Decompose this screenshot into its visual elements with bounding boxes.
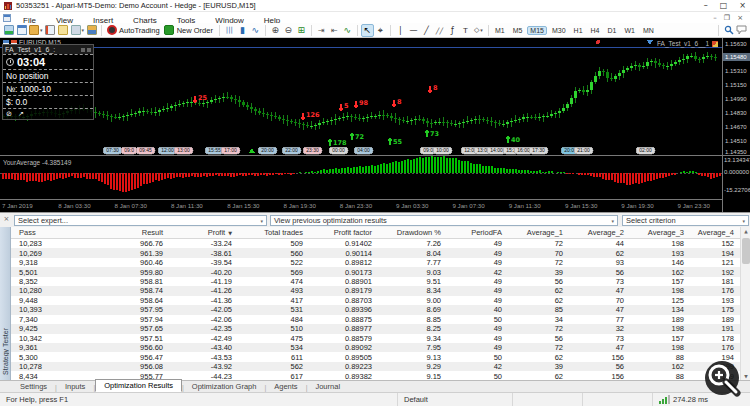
column-header-profit[interactable]: Profit▼ (169, 227, 238, 238)
cell: 49 (447, 277, 508, 286)
table-row[interactable]: 10,393957.95-42.055310.893968.6940854713… (11, 305, 740, 314)
indicators-icon[interactable]: ∿ (341, 24, 354, 37)
new-chart-icon[interactable] (2, 24, 15, 37)
trendline-icon[interactable]: ╱ (420, 24, 433, 37)
new-order-icon[interactable] (163, 24, 176, 37)
cursor-icon[interactable]: ↖ (361, 24, 374, 37)
status-profile[interactable]: Default (397, 393, 512, 406)
crosshair-icon[interactable]: ⌖ (374, 24, 387, 37)
mdi-restore-icon[interactable]: ❐ (724, 14, 730, 22)
scroll-up-icon[interactable]: ▲ (741, 227, 750, 236)
tile-grid-icon[interactable]: ⊞ (295, 24, 308, 37)
autoscroll-icon[interactable]: ⇥ (315, 24, 328, 37)
tab-inputs[interactable]: Inputs (57, 381, 93, 392)
table-row[interactable]: 5,501959.80-40.205690.901739.03423956162… (11, 267, 740, 276)
time-axis-label: 8 Jan 15:30 (227, 202, 259, 209)
autotrading-label[interactable]: AutoTrading (119, 26, 160, 35)
price-scale[interactable]: 1.15480 1.156301.153101.151501.149901.14… (722, 38, 750, 212)
table-row[interactable]: 8,352958.81-41.194740.889019.51495673157… (11, 277, 740, 286)
view-results-select[interactable]: View previous optimization results▾ (270, 215, 618, 226)
tab-journal[interactable]: Journal (307, 381, 348, 392)
column-header-average-4[interactable]: Average_4 (690, 227, 740, 238)
table-row[interactable]: 9,361956.60-43.405340.890927.95497247198… (11, 343, 740, 352)
column-header-periodfa[interactable]: PeriodFA (447, 227, 508, 238)
cell: 7.26 (378, 239, 447, 248)
chart-shift-icon[interactable]: ⇤ (328, 24, 341, 37)
scroll-thumb[interactable] (742, 238, 750, 264)
tile-windows-icon[interactable] (15, 24, 28, 37)
terminal-icon[interactable] (85, 24, 98, 37)
zoom-in-icon[interactable]: ⊕ (269, 24, 282, 37)
timeframe-m5[interactable]: M5 (510, 26, 526, 35)
market-watch-icon[interactable] (44, 24, 57, 37)
table-row[interactable]: 10,278956.08-43.925620.892239.2942395616… (11, 362, 740, 371)
panel-mini-icon2[interactable] (87, 48, 91, 52)
expert-select[interactable]: Select expert...▾ (14, 215, 267, 226)
timeframe-h4[interactable]: H4 (588, 26, 603, 35)
draw-icon[interactable]: ↗ (18, 110, 24, 118)
vertical-line-icon[interactable]: | (394, 24, 407, 37)
mdi-minimize-icon[interactable]: – (713, 14, 717, 22)
table-row[interactable]: 7,340957.94-42.064840.888758.85503477189… (11, 315, 740, 324)
table-row[interactable]: 10,269961.39-38.615600.901148.0449706219… (11, 248, 740, 257)
tester-close-icon[interactable]: × (2, 215, 11, 224)
minimize-icon[interactable]: – (704, 2, 708, 10)
bars-chart-icon[interactable]: ||| (223, 24, 236, 37)
maximize-icon[interactable]: □ (720, 2, 728, 10)
tab-agents[interactable]: Agents (266, 381, 305, 392)
close-icon[interactable]: × (739, 2, 746, 10)
fibonacci-icon[interactable]: ƒ (446, 24, 459, 37)
cell: 50 (447, 315, 508, 324)
navigator-dropdown-icon[interactable]: ▾ (70, 24, 86, 37)
table-row[interactable]: 10,342957.51-42.494750.885799.3449567315… (11, 334, 740, 343)
chat-icon[interactable] (735, 24, 748, 37)
column-header-result[interactable]: Result (100, 227, 169, 238)
timeframe-h1[interactable]: H1 (571, 26, 586, 35)
timeframe-m1[interactable]: M1 (492, 26, 508, 35)
column-header-pass[interactable]: Pass (11, 227, 100, 238)
table-row[interactable]: 9,425957.65-42.355100.889778.25497232198… (11, 324, 740, 333)
tab-optimization-results[interactable]: Optimization Results (95, 379, 182, 392)
column-header-total-trades[interactable]: Total trades (238, 227, 309, 238)
time-axis[interactable]: 7 Jan 20198 Jan 03:308 Jan 07:308 Jan 11… (0, 199, 722, 212)
table-row[interactable]: 9,448958.64-41.364170.887039.00496270125… (11, 296, 740, 305)
timeframe-mn[interactable]: MN (640, 26, 657, 35)
search-icon[interactable] (722, 24, 735, 37)
timeframe-d1[interactable]: D1 (605, 26, 620, 35)
column-header-profit-factor[interactable]: Profit factor (309, 227, 378, 238)
cell: 198 (630, 239, 690, 248)
table-row[interactable]: 10,280958.74-41.264930.891798.3449624719… (11, 286, 740, 295)
disable-icon[interactable]: ⊘ (6, 110, 12, 118)
table-row[interactable]: 10,283966.76-33.245090.914027.2649724419… (11, 239, 740, 248)
cell: -38.61 (169, 248, 238, 257)
timeframe-m30[interactable]: M30 (549, 26, 569, 35)
timeframe-m15[interactable]: M15 (527, 26, 547, 35)
text-icon[interactable]: T (459, 24, 472, 37)
mdi-close-icon[interactable]: × (737, 14, 743, 22)
table-header-row[interactable]: PassResultProfit▼Total tradesProfit fact… (11, 227, 740, 239)
profiles-dropdown-icon[interactable]: ▾ (28, 24, 44, 37)
data-window-icon[interactable] (57, 24, 70, 37)
column-header-average-3[interactable]: Average_3 (630, 227, 690, 238)
panel-mini-icon[interactable] (81, 48, 85, 52)
table-row[interactable]: 5,300956.47-43.536110.895059.13506215688… (11, 352, 740, 361)
column-header-average-1[interactable]: Average_1 (508, 227, 569, 238)
tab-optimization-graph[interactable]: Optimization Graph (184, 381, 265, 392)
column-header-average-2[interactable]: Average_2 (569, 227, 630, 238)
chart-area[interactable]: 25126598881787255734007:3009:009:4512:00… (0, 38, 750, 212)
timeframe-w1[interactable]: W1 (621, 26, 638, 35)
new-order-label[interactable]: New Order (177, 26, 213, 35)
column-header-drawdown-[interactable]: Drawdown % (378, 227, 447, 238)
candles-chart-icon[interactable]: ▮ (236, 24, 249, 37)
tab-settings[interactable]: Settings (12, 381, 55, 392)
zoom-out-icon[interactable]: ⊖ (282, 24, 295, 37)
horizontal-line-icon[interactable]: — (407, 24, 420, 37)
strategy-tester-strip[interactable]: Strategy Tester (0, 227, 11, 381)
shapes-dropdown-icon[interactable]: ◇▾ (472, 24, 485, 37)
autotrading-icon[interactable] (105, 24, 118, 37)
zoom-overlay-button[interactable] (700, 356, 748, 404)
channel-icon[interactable]: ╱╱ (433, 24, 446, 37)
line-chart-icon[interactable]: ∿ (249, 24, 262, 37)
table-row[interactable]: 9,318960.46-39.545220.898127.77497293146… (11, 258, 740, 267)
criterion-select[interactable]: Select criterion▾ (622, 215, 749, 226)
